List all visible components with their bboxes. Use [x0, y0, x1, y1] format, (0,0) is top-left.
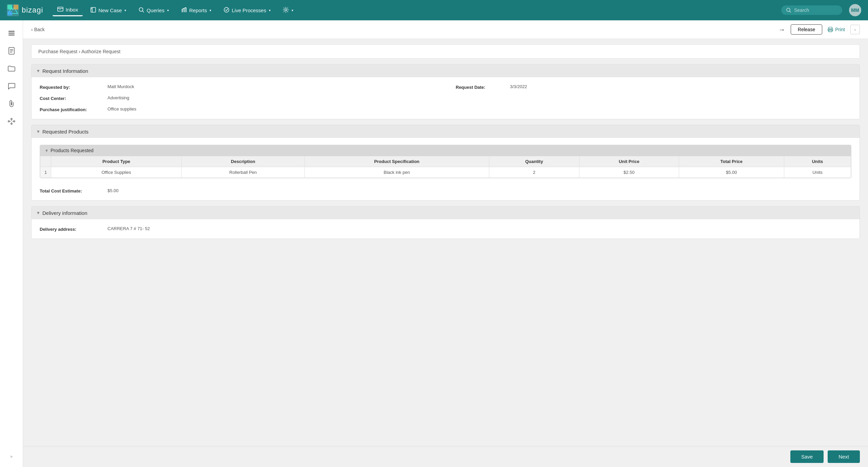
cell-quantity: 2 [489, 167, 579, 178]
page-toolbar: ‹ Back → Release Print ‹ [23, 20, 868, 39]
cell-unit-price: $2.50 [579, 167, 679, 178]
nav-reports-label: Reports [189, 7, 207, 13]
purchase-justification-label: Purchase justification: [40, 106, 101, 112]
back-button[interactable]: ‹ Back [31, 27, 45, 32]
cost-center-value: Advertising [107, 95, 851, 100]
delivery-information-section: ▾ Delivery information Delivery address:… [31, 206, 860, 239]
request-information-section: ▾ Request Information Requested by: Matt… [31, 64, 860, 119]
svg-rect-6 [91, 7, 96, 12]
search-icon [786, 7, 791, 13]
top-navigation: bizagi Inbox New Case ▾ Queries ▾ Report… [0, 0, 868, 20]
sidebar-item-folder[interactable] [4, 61, 19, 76]
svg-rect-14 [8, 31, 15, 32]
table-col-description: Description [181, 156, 304, 167]
request-date-label: Request Date: [456, 84, 503, 90]
total-cost-label: Total Cost Estimate: [40, 188, 101, 194]
arrow-indicator-icon: → [778, 26, 785, 34]
request-information-title: Request Information [42, 68, 88, 74]
user-avatar[interactable]: MM [849, 4, 861, 16]
live-processes-caret: ▾ [269, 8, 271, 12]
table-row: 1 Office Supplies Rollerball Pen Black i… [40, 167, 851, 178]
requested-products-title: Requested Products [42, 129, 88, 135]
sidebar-item-chat[interactable] [4, 79, 19, 94]
live-processes-icon [223, 7, 230, 14]
brand-logo[interactable]: bizagi [7, 4, 43, 16]
requested-products-body: ▾ Products Requested Product Type Descri… [32, 138, 860, 200]
nav-live-processes[interactable]: Live Processes ▾ [219, 5, 275, 16]
save-button[interactable]: Save [790, 450, 824, 463]
cell-product-type: Office Supplies [51, 167, 182, 178]
svg-point-11 [224, 7, 229, 12]
reports-icon [181, 7, 187, 14]
back-label: Back [34, 27, 45, 32]
section2-collapse-icon: ▾ [37, 128, 40, 135]
cost-center-row: Cost Center: Advertising [40, 95, 851, 101]
products-requested-header[interactable]: ▾ Products Requested [40, 145, 851, 156]
breadcrumb-parent: Purchase Request [38, 49, 77, 54]
nav-reports[interactable]: Reports ▾ [176, 5, 216, 16]
queries-caret: ▾ [167, 8, 169, 12]
print-label: Print [835, 27, 845, 32]
nav-new-case-label: New Case [98, 7, 122, 13]
sidebar: » [0, 20, 23, 467]
search-bar[interactable] [781, 5, 842, 15]
toolbar-right: → Release Print ‹ [778, 24, 860, 35]
sidebar-item-attachment[interactable] [4, 96, 19, 111]
search-input[interactable] [794, 7, 835, 13]
requested-by-row: Requested by: Matt Murdock Request Date:… [40, 84, 851, 90]
table-col-unit-price: Unit Price [579, 156, 679, 167]
section-collapse-icon: ▾ [37, 68, 40, 74]
svg-rect-2 [7, 5, 12, 9]
products-requested-title: Products Requested [51, 148, 94, 153]
products-requested-subsection: ▾ Products Requested Product Type Descri… [40, 145, 851, 178]
request-information-header[interactable]: ▾ Request Information [32, 64, 860, 77]
sidebar-expand-button[interactable]: » [7, 451, 15, 462]
purchase-justification-row: Purchase justification: Office supplies [40, 106, 851, 112]
cell-total-price: $5.00 [679, 167, 784, 178]
brand-name: bizagi [22, 6, 43, 15]
delivery-address-label: Delivery address: [40, 226, 101, 232]
svg-point-19 [11, 118, 12, 120]
delivery-address-row: Delivery address: CARRERA 7 # 71- 52 [40, 226, 851, 232]
delivery-information-header[interactable]: ▾ Delivery information [32, 206, 860, 219]
delivery-information-title: Delivery information [42, 210, 87, 216]
form-area: Purchase Request › Authorize Request ▾ R… [23, 39, 868, 446]
delivery-address-value: CARRERA 7 # 71- 52 [107, 226, 851, 231]
table-col-units: Units [784, 156, 851, 167]
collapse-icon: ‹ [854, 27, 856, 32]
nav-new-case[interactable]: New Case ▾ [85, 5, 131, 16]
next-button[interactable]: Next [828, 450, 860, 463]
nav-queries[interactable]: Queries ▾ [134, 5, 174, 16]
cost-center-label: Cost Center: [40, 95, 101, 101]
queries-icon [138, 7, 144, 14]
nav-inbox[interactable]: Inbox [53, 4, 83, 16]
svg-point-7 [139, 7, 143, 11]
sidebar-item-document[interactable] [4, 43, 19, 58]
sidebar-item-workflow[interactable] [4, 114, 19, 129]
requested-by-value: Matt Murdock [107, 84, 449, 89]
purchase-justification-value: Office supplies [107, 106, 851, 111]
svg-point-20 [11, 123, 12, 124]
collapse-panel-button[interactable]: ‹ [850, 25, 860, 34]
products-table: Product Type Description Product Specifi… [40, 156, 851, 178]
print-button[interactable]: Print [828, 27, 845, 32]
nav-live-processes-label: Live Processes [232, 7, 266, 13]
total-cost-row: Total Cost Estimate: $5.00 [40, 184, 851, 194]
svg-rect-16 [8, 35, 15, 36]
requested-products-section: ▾ Requested Products ▾ Products Requeste… [31, 125, 860, 201]
new-case-icon [90, 7, 96, 14]
table-col-total-price: Total Price [679, 156, 784, 167]
release-button[interactable]: Release [791, 24, 822, 35]
nav-queries-label: Queries [146, 7, 164, 13]
requested-products-header[interactable]: ▾ Requested Products [32, 125, 860, 138]
content-area: ‹ Back → Release Print ‹ Purchase Reques… [23, 20, 868, 467]
total-cost-value: $5.00 [107, 188, 851, 193]
requested-by-label: Requested by: [40, 84, 101, 90]
section3-collapse-icon: ▾ [37, 210, 40, 216]
nav-settings[interactable]: ▾ [278, 5, 298, 16]
subsection-collapse-icon: ▾ [45, 148, 48, 153]
settings-caret: ▾ [292, 8, 293, 12]
print-icon [828, 27, 833, 32]
sidebar-item-list[interactable] [4, 26, 19, 41]
svg-point-12 [285, 9, 287, 11]
